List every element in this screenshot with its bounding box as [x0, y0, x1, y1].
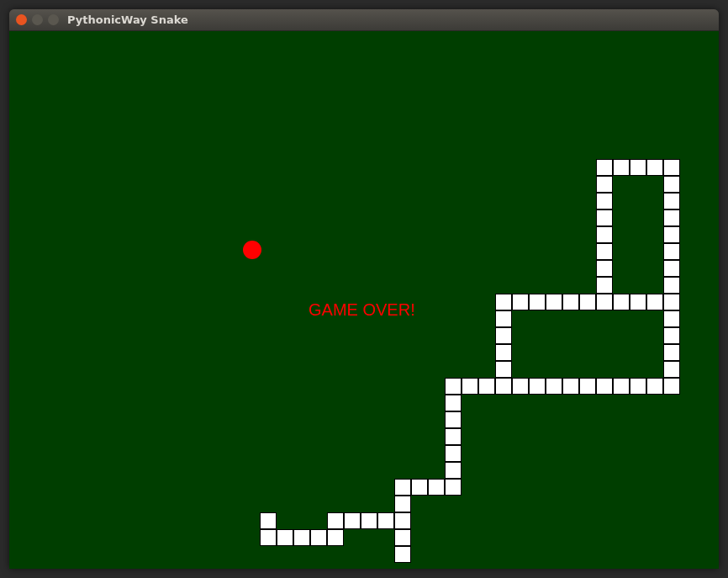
snake-segment — [260, 512, 277, 529]
snake-segment — [377, 512, 394, 529]
snake-segment — [293, 529, 310, 546]
snake-segment — [428, 479, 445, 496]
snake-segment — [562, 294, 579, 310]
snake-segment — [512, 294, 529, 310]
snake-segment — [613, 294, 630, 310]
snake-segment — [327, 529, 344, 546]
snake-segment — [495, 344, 512, 361]
food-dot — [243, 241, 261, 259]
minimize-icon[interactable] — [32, 14, 43, 25]
snake-segment — [596, 243, 613, 260]
snake-segment — [613, 159, 630, 176]
snake-segment — [596, 159, 613, 176]
snake-segment — [663, 159, 680, 176]
snake-segment — [445, 445, 462, 462]
snake-segment — [663, 378, 680, 395]
snake-segment — [663, 193, 680, 209]
snake-segment — [495, 310, 512, 327]
snake-segment — [613, 378, 630, 395]
snake-segment — [596, 176, 613, 193]
snake-segment — [596, 294, 613, 310]
snake-segment — [663, 176, 680, 193]
snake-segment — [596, 209, 613, 226]
snake-segment — [394, 512, 411, 529]
snake-segment — [596, 277, 613, 294]
snake-segment — [663, 327, 680, 344]
snake-segment — [478, 378, 495, 395]
snake-segment — [462, 378, 478, 395]
maximize-icon[interactable] — [48, 14, 59, 25]
snake-segment — [495, 327, 512, 344]
snake-segment — [445, 411, 462, 428]
snake-segment — [445, 479, 462, 496]
snake-segment — [596, 378, 613, 395]
snake-segment — [663, 310, 680, 327]
snake-segment — [394, 496, 411, 512]
game-board[interactable]: GAME OVER! — [9, 31, 719, 569]
snake-segment — [529, 294, 546, 310]
snake-segment — [394, 529, 411, 546]
snake-segment — [327, 512, 344, 529]
snake-segment — [512, 378, 529, 395]
titlebar-buttons — [16, 14, 59, 25]
snake-segment — [630, 378, 646, 395]
snake-segment — [361, 512, 377, 529]
snake-segment — [663, 226, 680, 243]
snake-segment — [663, 260, 680, 277]
snake-segment — [579, 378, 596, 395]
snake-segment — [596, 193, 613, 209]
snake-segment — [495, 294, 512, 310]
snake-segment — [495, 378, 512, 395]
snake-segment — [579, 294, 596, 310]
snake-segment — [445, 462, 462, 479]
snake-segment — [663, 277, 680, 294]
snake-segment — [394, 546, 411, 563]
snake-segment — [630, 159, 646, 176]
snake-segment — [411, 479, 428, 496]
titlebar[interactable]: PythonicWay Snake — [9, 9, 719, 31]
snake-segment — [663, 294, 680, 310]
close-icon[interactable] — [16, 14, 27, 25]
snake-segment — [596, 260, 613, 277]
snake-segment — [394, 479, 411, 496]
snake-segment — [546, 378, 562, 395]
snake-segment — [630, 294, 646, 310]
snake-segment — [663, 209, 680, 226]
snake-segment — [646, 294, 663, 310]
snake-segment — [344, 512, 361, 529]
snake-segment — [646, 378, 663, 395]
snake-segment — [529, 378, 546, 395]
snake-segment — [277, 529, 293, 546]
game-over-text: GAME OVER! — [309, 300, 415, 320]
snake-segment — [546, 294, 562, 310]
snake-segment — [663, 243, 680, 260]
snake-segment — [495, 361, 512, 378]
snake-segment — [445, 428, 462, 445]
game-window: PythonicWay Snake GAME OVER! — [9, 9, 719, 569]
snake-segment — [445, 395, 462, 411]
snake-segment — [445, 378, 462, 395]
snake-segment — [663, 344, 680, 361]
snake-segment — [562, 378, 579, 395]
snake-segment — [596, 226, 613, 243]
snake-segment — [260, 529, 277, 546]
snake-segment — [663, 361, 680, 378]
window-title: PythonicWay Snake — [67, 13, 188, 26]
snake-segment — [310, 529, 327, 546]
snake-segment — [646, 159, 663, 176]
